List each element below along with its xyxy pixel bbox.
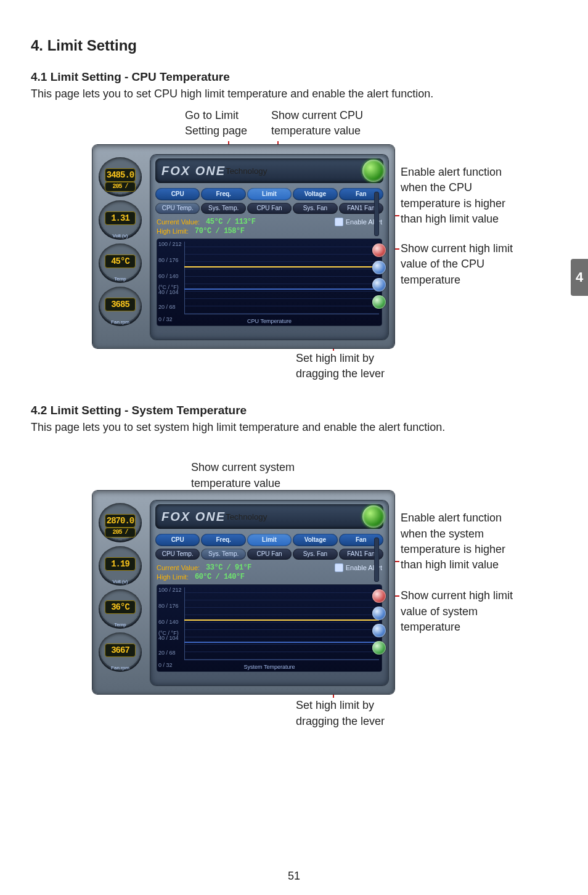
- tab-cpu-temp[interactable]: CPU Temp.: [155, 203, 200, 214]
- tabs-sub: CPU Temp. Sys. Temp. CPU Fan Sys. Fan FA…: [155, 203, 383, 214]
- tab-cpu-temp[interactable]: CPU Temp.: [155, 549, 200, 560]
- high-limit-value: 70°C / 158°F: [195, 227, 244, 235]
- gauge-value: 3685: [105, 298, 136, 311]
- brand-logo: FOX ONE: [161, 165, 226, 177]
- y-tick: 80 / 176: [158, 258, 179, 263]
- document-page: 4. Limit Setting 4.1 Limit Setting - CPU…: [0, 0, 588, 895]
- gauge-frequency: 2870.0 205 / 17.0: [99, 503, 142, 542]
- y-tick: 40 / 104: [158, 635, 179, 641]
- y-tick: 60 / 140: [158, 274, 179, 279]
- callout-enable-alert: Enable alert function when the CPU tempe…: [401, 165, 524, 227]
- page-number: 51: [0, 870, 588, 883]
- callout-current-value: Show current system temperature value: [191, 460, 327, 491]
- section-heading: 4. Limit Setting: [31, 37, 557, 54]
- high-limit-draggable[interactable]: [184, 619, 379, 621]
- current-value: 45°C / 113°F: [206, 218, 255, 226]
- tab-sys-temp[interactable]: Sys. Temp.: [201, 203, 245, 214]
- y-tick: 20 / 68: [158, 304, 176, 310]
- power-orb-icon[interactable]: [362, 160, 385, 182]
- gauge-temperature: 36°C Temp: [99, 589, 142, 629]
- power-orb-icon[interactable]: [362, 505, 385, 528]
- high-limit-draggable[interactable]: [184, 266, 379, 268]
- gauge-frequency: 3485.0 205 / 17.0: [99, 157, 142, 197]
- y-tick: 40 / 104: [158, 290, 179, 295]
- current-value-trace: [184, 288, 379, 290]
- callout-current-value: Show current CPU temperature value: [271, 108, 376, 139]
- gauge-temperature: 45°C Temp: [99, 243, 142, 283]
- config-icon[interactable]: [372, 278, 386, 292]
- tab-limit[interactable]: Limit: [247, 534, 292, 546]
- y-tick: 20 / 68: [158, 650, 176, 656]
- chart-x-label: System Temperature: [157, 664, 382, 670]
- skin-slider[interactable]: [370, 192, 383, 235]
- subsection-heading: 4.2 Limit Setting - System Temperature: [31, 404, 557, 417]
- screenshot-foxone-cpu: 3485.0 205 / 17.0 1.31 Volt (v) 45°C Tem…: [92, 145, 394, 348]
- brand-sub: Technology: [226, 166, 267, 176]
- gauge-rail: 3485.0 205 / 17.0 1.31 Volt (v) 45°C Tem…: [94, 157, 147, 342]
- y-tick: 60 / 140: [158, 619, 179, 625]
- checkbox-icon[interactable]: [335, 218, 343, 226]
- close-icon[interactable]: [372, 589, 386, 603]
- tab-voltage[interactable]: Voltage: [293, 188, 337, 200]
- gauge-fan: 3685 Fan rpm: [99, 287, 142, 326]
- current-value-trace: [184, 642, 379, 643]
- gauge-rail: 2870.0 205 / 17.0 1.19 Volt (v) 36°C Tem…: [94, 503, 147, 688]
- tab-cpu[interactable]: CPU: [155, 188, 200, 200]
- y-tick: 100 / 212: [158, 587, 182, 593]
- checkbox-icon[interactable]: [335, 563, 343, 572]
- tabs-main: CPU Freq. Limit Voltage Fan: [155, 534, 383, 546]
- chapter-tab: 4: [571, 259, 588, 296]
- callout-limit-tab: Go to Limit Setting page: [185, 108, 265, 139]
- gauge-fan: 3667 Fan rpm: [99, 632, 142, 672]
- screenshot-foxone-system: 2870.0 205 / 17.0 1.19 Volt (v) 36°C Tem…: [92, 491, 394, 694]
- tab-freq[interactable]: Freq.: [201, 188, 245, 200]
- gauge-value: 2870.0: [105, 514, 136, 528]
- gauge-value-sub: 205 / 17.0: [105, 182, 136, 192]
- tabs-main: CPU Freq. Limit Voltage Fan: [155, 188, 383, 200]
- callout-drag-lever: Set high limit by dragging the lever: [296, 351, 419, 382]
- tab-freq[interactable]: Freq.: [201, 534, 245, 546]
- home-icon[interactable]: [372, 295, 386, 309]
- chart-x-label: CPU Temperature: [157, 319, 382, 324]
- tab-sys-fan[interactable]: Sys. Fan: [293, 549, 337, 560]
- tab-cpu-fan[interactable]: CPU Fan: [247, 549, 292, 560]
- callout-enable-alert: Enable alert function when the system te…: [401, 510, 524, 573]
- config-icon[interactable]: [372, 624, 386, 637]
- temperature-chart: 100 / 212 80 / 176 60 / 140 (°C / °F) 40…: [157, 584, 382, 672]
- subsection-heading: 4.1 Limit Setting - CPU Temperature: [31, 70, 557, 84]
- tab-voltage[interactable]: Voltage: [293, 534, 337, 546]
- gauge-value: 3485.0: [105, 168, 136, 182]
- figure-2: Show current system temperature value En…: [31, 441, 530, 725]
- gauge-value-sub: 205 / 17.0: [105, 528, 136, 537]
- tab-cpu[interactable]: CPU: [155, 534, 200, 546]
- brand-sub: Technology: [226, 512, 267, 521]
- gauge-value: 3667: [105, 644, 136, 657]
- y-tick: 100 / 212: [158, 242, 182, 247]
- brand-logo: FOX ONE: [161, 510, 226, 523]
- minimize-icon[interactable]: [372, 261, 386, 274]
- tab-sys-fan[interactable]: Sys. Fan: [293, 203, 337, 214]
- gauge-voltage: 1.31 Volt (v): [99, 200, 142, 240]
- figure-1: Go to Limit Setting page Show current CP…: [31, 108, 530, 379]
- tab-limit[interactable]: Limit: [247, 188, 292, 200]
- high-limit-label: High Limit:: [157, 228, 189, 235]
- y-tick: 80 / 176: [158, 603, 179, 609]
- gauge-value: 36°C: [105, 600, 136, 614]
- gauge-value: 45°C: [105, 255, 136, 268]
- intro-text: This page lets you to set CPU high limit…: [31, 86, 557, 102]
- title-bar: FOX ONE Technology: [155, 158, 383, 183]
- tab-sys-temp[interactable]: Sys. Temp.: [201, 549, 245, 560]
- close-icon[interactable]: [372, 243, 386, 257]
- current-value-label: Current Value:: [157, 219, 200, 226]
- home-icon[interactable]: [372, 641, 386, 655]
- tab-cpu-fan[interactable]: CPU Fan: [247, 203, 292, 214]
- skin-slider[interactable]: [370, 537, 383, 581]
- current-value-label: Current Value:: [157, 565, 200, 571]
- minimize-icon[interactable]: [372, 607, 386, 620]
- gauge-value: 1.19: [105, 557, 136, 571]
- callout-drag-lever: Set high limit by dragging the lever: [296, 698, 419, 729]
- high-limit-value: 60°C / 140°F: [195, 573, 244, 581]
- high-limit-label: High Limit:: [157, 574, 189, 581]
- gauge-voltage: 1.19 Volt (v): [99, 546, 142, 586]
- callout-high-limit: Show current high limit value of the CPU…: [401, 241, 524, 288]
